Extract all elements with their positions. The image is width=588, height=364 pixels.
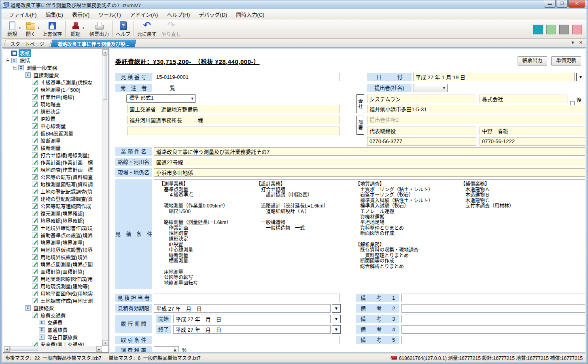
- toolbar-button[interactable]: ヘルプ ▾: [113, 20, 133, 38]
- tree-item[interactable]: 現地測量(1／500): [4, 86, 102, 93]
- menu-item[interactable]: デバッグ(D): [194, 9, 231, 19]
- valid-until-dropdown-button[interactable]: ▼: [332, 304, 341, 313]
- horizontal-scroll-thumb[interactable]: [11, 347, 38, 351]
- address2-input[interactable]: [367, 116, 585, 124]
- toolbar-button[interactable]: 上書保存 ▾: [40, 20, 64, 38]
- scroll-right-icon[interactable]: ▶: [96, 346, 102, 352]
- remark-input[interactable]: [401, 315, 585, 323]
- title-bar[interactable]: 道路改良工事に伴う測量及び設計業務委託その7 -IzumiV7 ▬ ❐ ✕: [0, 0, 588, 9]
- tree-item[interactable]: 滞在日額旅費: [4, 333, 102, 341]
- vertical-scroll-thumb[interactable]: [103, 55, 107, 100]
- minimize-button[interactable]: ▬: [544, 0, 556, 8]
- teal-swatch[interactable]: [533, 25, 543, 34]
- tree-item[interactable]: 地積測量図転写(資料調: [4, 180, 102, 188]
- tree-item[interactable]: 土地の登記記録調査(資: [4, 188, 102, 195]
- route-name-input[interactable]: [154, 158, 585, 166]
- tree-item[interactable]: 横断測量: [4, 144, 102, 151]
- company-suffix-input[interactable]: [480, 95, 567, 103]
- valid-until-input[interactable]: [154, 304, 331, 313]
- tree-item[interactable]: 面積計算(面積計算): [4, 268, 102, 275]
- tree-item[interactable]: ４級基準点測量(伐採な: [4, 78, 102, 86]
- remark-input[interactable]: [401, 304, 585, 313]
- tab-list-dropdown-icon[interactable]: ▼: [571, 40, 575, 45]
- unit-price-update-button[interactable]: 単価更新: [551, 56, 581, 66]
- tree-item[interactable]: 縦断測量: [4, 137, 102, 144]
- tree-expander-icon[interactable]: [6, 59, 10, 62]
- tree-item[interactable]: 用地実測図原図作成(用: [4, 275, 102, 282]
- remark-input[interactable]: [401, 325, 585, 334]
- task-name-input[interactable]: [154, 147, 585, 156]
- scroll-down-icon[interactable]: ▼: [102, 340, 108, 346]
- menu-item[interactable]: 編集(E): [41, 9, 68, 19]
- menu-item[interactable]: ファイル(F): [4, 9, 41, 19]
- toolbar-button[interactable]: 認証 ▾: [66, 20, 85, 38]
- tree-item[interactable]: 表紙: [4, 49, 102, 57]
- address1-input[interactable]: [367, 105, 585, 113]
- toolbar-button[interactable]: 帳票出力 ▾: [87, 20, 111, 38]
- tree-item[interactable]: 土地境界確認書作成(境: [4, 224, 102, 231]
- tree-item[interactable]: 現地踏査: [4, 100, 102, 108]
- toolbar-button[interactable]: 新規 ▾: [3, 20, 21, 38]
- document-tab[interactable]: 道路改良工事に伴う測量及び設...: [50, 40, 136, 47]
- orderer-line1-input[interactable]: [127, 105, 340, 113]
- period-start-input[interactable]: [173, 315, 331, 323]
- tree-item[interactable]: 用地境界杭設置(境界: [4, 253, 102, 260]
- estimate-no-input[interactable]: [154, 73, 340, 81]
- scroll-left-icon[interactable]: ◀: [4, 346, 10, 352]
- terms-input[interactable]: [154, 336, 340, 344]
- tree-item[interactable]: 境界測量(境界測量): [4, 239, 102, 246]
- pink-swatch[interactable]: [572, 25, 582, 34]
- toolbar-button[interactable]: やり直し ▾: [159, 20, 183, 38]
- tree-item[interactable]: 公図等転写連続図作成: [4, 202, 102, 210]
- tree-item[interactable]: 用地現況測量(建物等): [4, 282, 102, 290]
- tree-item[interactable]: 線形決定: [4, 108, 102, 115]
- conditions-box[interactable]: 【測量業務】 基準点測量 ４級基準点 現地測量（作業量0.005km²） 縮尺1…: [154, 179, 585, 289]
- tree-item[interactable]: 普通旅費: [4, 326, 102, 333]
- tree-item[interactable]: 測量一般業務: [4, 64, 102, 71]
- tree-item[interactable]: 現地踏査(作業計画 標: [4, 166, 102, 173]
- tree-item[interactable]: 復元測量(境界確認): [4, 210, 102, 217]
- tree-item[interactable]: 安全費(国土交通省): [4, 341, 102, 346]
- tree-item[interactable]: 作業計画(路線): [4, 93, 102, 100]
- date-dropdown-button[interactable]: ▼: [576, 73, 585, 81]
- site-name-input[interactable]: [154, 168, 585, 177]
- tree-item[interactable]: 総括: [4, 57, 102, 64]
- menu-item[interactable]: ヘルプ(H): [162, 9, 194, 19]
- company-name-input[interactable]: [367, 95, 476, 103]
- period-start-dropdown-button[interactable]: ▼: [332, 315, 341, 323]
- tree-item[interactable]: 用地境界仮杭設置(境界: [4, 246, 102, 253]
- orderer-format-combobox[interactable]: 標準 形式1: [126, 94, 196, 103]
- green-swatch[interactable]: [546, 25, 556, 34]
- tree-expander-icon[interactable]: [13, 66, 17, 70]
- scroll-up-icon[interactable]: ▲: [102, 49, 108, 55]
- chevron-down-icon[interactable]: ▾: [83, 26, 84, 30]
- menu-item[interactable]: ツール(T): [94, 9, 125, 19]
- restore-button[interactable]: ❐: [556, 0, 568, 8]
- tree-item[interactable]: IP設置: [4, 115, 102, 122]
- period-end-dropdown-button[interactable]: ▼: [332, 325, 341, 334]
- tab-close-icon[interactable]: ✕: [579, 40, 583, 45]
- tree-item[interactable]: 境界確認(境界確認): [4, 217, 102, 224]
- tree-item[interactable]: 建物の登記記録調査(資: [4, 195, 102, 202]
- chevron-down-icon[interactable]: ▾: [19, 26, 21, 30]
- document-tab[interactable]: スタートページ: [4, 40, 52, 47]
- tree-item[interactable]: 旅費交通費: [4, 311, 102, 319]
- close-button[interactable]: ✕: [568, 0, 585, 8]
- tree-item[interactable]: 用地平面図作成(用地実: [4, 290, 102, 297]
- tree-item[interactable]: 境界点間測量(境界点間: [4, 260, 102, 268]
- menu-item[interactable]: 表示(V): [68, 9, 94, 19]
- tree-item[interactable]: 補助基準点の設置(境界: [4, 231, 102, 239]
- orderer-line3-input[interactable]: [127, 127, 340, 135]
- tree-item[interactable]: 交通費: [4, 319, 102, 326]
- date-input[interactable]: [413, 73, 575, 81]
- report-output-button[interactable]: 帳票出力: [518, 56, 547, 66]
- tree-horizontal-scrollbar[interactable]: ◀ ▶: [4, 346, 102, 351]
- tree-item[interactable]: 直接経費: [4, 304, 102, 311]
- person-name-input[interactable]: [480, 127, 585, 135]
- orderer-list-button[interactable]: 一覧: [156, 84, 184, 92]
- toolbar-button[interactable]: 開く ▾: [21, 20, 40, 38]
- tax-rate-input[interactable]: [154, 346, 179, 353]
- menu-item[interactable]: 同時入力(C): [231, 9, 269, 19]
- tree-item[interactable]: 打合せ協議(路線測量): [4, 151, 102, 159]
- title-input[interactable]: [367, 127, 476, 135]
